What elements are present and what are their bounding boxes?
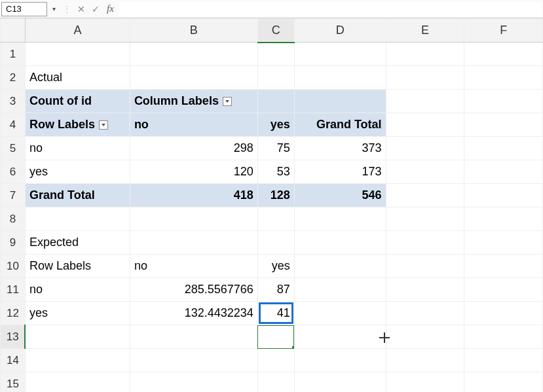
cell-E1[interactable] [386, 43, 464, 66]
cell-F14[interactable] [464, 349, 543, 372]
cell-C11[interactable]: 87 [257, 278, 294, 302]
cell-E2[interactable] [386, 66, 464, 90]
cell-C12[interactable]: 41 [257, 302, 294, 325]
cell-B14[interactable] [130, 349, 257, 372]
cell-E12[interactable] [386, 302, 464, 325]
cell-C1[interactable] [257, 43, 294, 66]
cell-D8[interactable] [294, 207, 386, 231]
row-header-7[interactable]: 7 [1, 184, 26, 207]
row-header-12[interactable]: 12 [1, 302, 26, 325]
cell-F4[interactable] [464, 113, 543, 137]
row-header-2[interactable]: 2 [1, 66, 26, 90]
select-all-corner[interactable] [1, 19, 26, 43]
cell-E7[interactable] [386, 184, 464, 207]
cell-D4[interactable]: Grand Total [294, 113, 386, 137]
cell-B11[interactable]: 285.5567766 [130, 278, 257, 302]
row-header-8[interactable]: 8 [1, 207, 26, 231]
cell-B4[interactable]: no [130, 113, 257, 137]
row-header-14[interactable]: 14 [1, 349, 26, 372]
cell-C3[interactable] [257, 90, 294, 113]
cell-D7[interactable]: 546 [294, 184, 386, 207]
cell-A14[interactable] [25, 349, 130, 372]
cell-A11[interactable]: no [25, 278, 130, 302]
cell-A1[interactable] [25, 43, 130, 66]
cell-C2[interactable] [257, 66, 294, 90]
cell-F3[interactable] [464, 90, 543, 113]
row-header-6[interactable]: 6 [1, 160, 26, 184]
col-header-A[interactable]: A [25, 19, 130, 43]
cell-C15[interactable] [257, 372, 294, 393]
cell-F7[interactable] [464, 184, 543, 207]
cell-C14[interactable] [257, 349, 294, 372]
row-header-9[interactable]: 9 [1, 231, 26, 255]
cell-A10[interactable]: Row Labels [25, 255, 130, 278]
cell-E10[interactable] [386, 255, 464, 278]
check-icon[interactable]: ✓ [90, 4, 102, 14]
cell-B10[interactable]: no [130, 255, 257, 278]
cell-A13[interactable] [25, 325, 130, 349]
cell-E5[interactable] [386, 137, 464, 160]
cell-F10[interactable] [464, 255, 543, 278]
cell-D6[interactable]: 173 [294, 160, 386, 184]
cell-F1[interactable] [464, 43, 543, 66]
col-header-C[interactable]: C [257, 19, 294, 43]
cell-F15[interactable] [464, 372, 543, 393]
cell-A8[interactable] [25, 207, 130, 231]
cell-C10[interactable]: yes [257, 255, 294, 278]
cell-F12[interactable] [464, 302, 543, 325]
row-header-10[interactable]: 10 [1, 255, 26, 278]
formula-input[interactable] [119, 2, 542, 16]
cell-A5[interactable]: no [25, 137, 130, 160]
cancel-icon[interactable]: ✕ [75, 4, 87, 14]
cell-B1[interactable] [130, 43, 257, 66]
col-header-B[interactable]: B [130, 19, 257, 43]
cell-C8[interactable] [257, 207, 294, 231]
cell-D11[interactable] [294, 278, 386, 302]
cell-B5[interactable]: 298 [130, 137, 257, 160]
cell-C13[interactable] [257, 325, 294, 349]
row-header-13[interactable]: 13 [1, 325, 26, 349]
cell-F9[interactable] [464, 231, 543, 255]
cell-D10[interactable] [294, 255, 386, 278]
row-header-15[interactable]: 15 [1, 372, 26, 393]
cell-E4[interactable] [386, 113, 464, 137]
row-header-1[interactable]: 1 [1, 43, 26, 66]
cell-D14[interactable] [294, 349, 386, 372]
cell-B7[interactable]: 418 [130, 184, 257, 207]
col-header-D[interactable]: D [294, 19, 386, 43]
cell-B3[interactable]: Column Labels [130, 90, 257, 113]
cell-E15[interactable] [386, 372, 464, 393]
cell-D9[interactable] [294, 231, 386, 255]
cell-A3[interactable]: Count of id [25, 90, 130, 113]
cell-B6[interactable]: 120 [130, 160, 257, 184]
cell-C5[interactable]: 75 [257, 137, 294, 160]
cell-A6[interactable]: yes [25, 160, 130, 184]
cell-C9[interactable] [257, 231, 294, 255]
cell-E3[interactable] [386, 90, 464, 113]
col-header-E[interactable]: E [386, 19, 464, 43]
cell-E13[interactable] [386, 325, 464, 349]
cell-E9[interactable] [386, 231, 464, 255]
row-header-5[interactable]: 5 [1, 137, 26, 160]
row-header-4[interactable]: 4 [1, 113, 26, 137]
col-header-F[interactable]: F [464, 19, 543, 43]
cell-B8[interactable] [130, 207, 257, 231]
spreadsheet-grid[interactable]: A B C D E F 1 2 Actual 3 Count of id Col… [0, 18, 543, 392]
cell-D5[interactable]: 373 [294, 137, 386, 160]
cell-C7[interactable]: 128 [257, 184, 294, 207]
cell-C4[interactable]: yes [257, 113, 294, 137]
cell-A2[interactable]: Actual [25, 66, 130, 90]
cell-B2[interactable] [130, 66, 257, 90]
cell-B9[interactable] [130, 231, 257, 255]
cell-B15[interactable] [130, 372, 257, 393]
row-labels-filter-icon[interactable] [99, 120, 108, 130]
row-header-3[interactable]: 3 [1, 90, 26, 113]
chevron-down-icon[interactable]: ▾ [50, 5, 58, 12]
name-box[interactable] [1, 2, 47, 16]
cell-D15[interactable] [294, 372, 386, 393]
cell-E8[interactable] [386, 207, 464, 231]
fx-icon[interactable]: fx [104, 3, 117, 14]
cell-D12[interactable] [294, 302, 386, 325]
cell-F8[interactable] [464, 207, 543, 231]
column-labels-filter-icon[interactable] [223, 97, 232, 106]
